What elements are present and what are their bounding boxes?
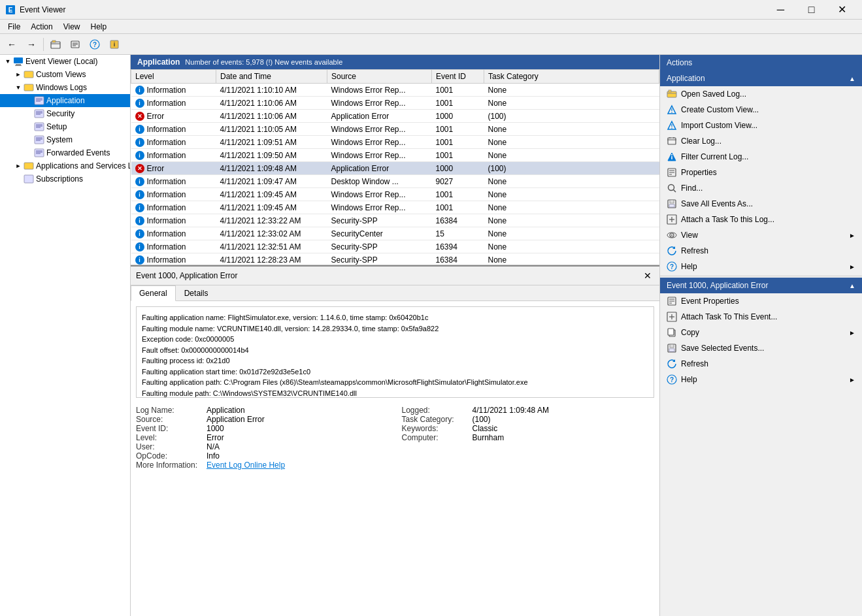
col-eventid[interactable]: Event ID <box>432 70 484 84</box>
table-row[interactable]: iInformation 4/11/2021 12:33:02 AM Secur… <box>131 227 659 240</box>
table-row[interactable]: iInformation 4/11/2021 1:10:10 AM Window… <box>131 84 659 97</box>
table-row[interactable]: iInformation 4/11/2021 1:10:06 AM Window… <box>131 97 659 110</box>
sidebar-item-security[interactable]: Security <box>0 107 130 120</box>
level-text: Information <box>147 138 186 147</box>
col-source[interactable]: Source <box>327 70 432 84</box>
action-find[interactable]: Find... <box>660 180 862 196</box>
filter-current-log-icon <box>667 152 677 162</box>
action-view[interactable]: View ► <box>660 227 862 243</box>
events-table-container[interactable]: Level Date and Time Source Event ID Task… <box>131 69 659 265</box>
action-copy-label: Copy <box>681 328 699 337</box>
menu-view[interactable]: View <box>58 21 86 33</box>
table-row[interactable]: ✕Error 4/11/2021 1:09:48 AM Application … <box>131 162 659 175</box>
meta-moreinfo-link[interactable]: Event Log Online Help <box>207 461 285 470</box>
meta-user-label: User: <box>136 442 201 451</box>
menu-action[interactable]: Action <box>25 21 58 33</box>
table-row[interactable]: iInformation 4/11/2021 12:28:23 AM Secur… <box>131 253 659 266</box>
col-level[interactable]: Level <box>131 70 216 84</box>
sidebar-item-forwarded[interactable]: Forwarded Events <box>0 146 130 159</box>
sidebar-item-appsservices[interactable]: ► Applications and Services Lo... <box>0 159 130 172</box>
svg-rect-33 <box>35 149 44 157</box>
toolbar-open-button[interactable] <box>46 36 65 53</box>
sidebar-item-label-system: System <box>46 135 73 144</box>
detail-close-button[interactable]: ✕ <box>641 269 654 282</box>
application-arrow-spacer <box>24 95 34 106</box>
sidebar-item-application[interactable]: Application <box>0 94 130 107</box>
sidebar-item-customviews[interactable]: ► Custom Views <box>0 68 130 81</box>
maximize-button[interactable]: □ <box>797 0 826 20</box>
table-row[interactable]: iInformation 4/11/2021 12:33:22 AM Secur… <box>131 214 659 227</box>
tab-general[interactable]: General <box>131 285 176 301</box>
level-text: Information <box>147 242 186 251</box>
sidebar: ▼ Event Viewer (Local) ► Custom Views ▼ … <box>0 55 131 616</box>
cell-level: ✕Error <box>131 162 216 175</box>
sidebar-item-label-customviews: Custom Views <box>36 70 86 79</box>
action-event-properties[interactable]: Event Properties <box>660 293 862 309</box>
cell-eventid: 1001 <box>432 84 484 97</box>
sidebar-item-windowslogs[interactable]: ▼ Windows Logs <box>0 81 130 94</box>
sidebar-item-system[interactable]: System <box>0 133 130 146</box>
table-row[interactable]: iInformation 4/11/2021 1:09:45 AM Window… <box>131 188 659 201</box>
system-arrow-spacer <box>24 135 34 145</box>
table-row[interactable]: iInformation 4/11/2021 1:09:45 AM Window… <box>131 201 659 214</box>
cell-taskcategory: None <box>484 149 659 162</box>
table-row[interactable]: iInformation 4/11/2021 12:32:51 AM Secur… <box>131 240 659 253</box>
meta-eventid-row: Event ID: 1000 <box>136 424 389 433</box>
action-open-saved-log[interactable]: Open Saved Log... <box>660 86 862 102</box>
sidebar-item-root[interactable]: ▼ Event Viewer (Local) <box>0 55 130 68</box>
action-help-event[interactable]: ? Help ► <box>660 372 862 387</box>
info-icon: i <box>135 99 144 108</box>
actions-separator <box>660 276 862 276</box>
action-properties[interactable]: Properties <box>660 165 862 180</box>
meta-taskcategory-label: Task Category: <box>402 415 467 424</box>
minimize-button[interactable]: ─ <box>766 0 795 20</box>
table-row[interactable]: iInformation 4/11/2021 1:09:50 AM Window… <box>131 149 659 162</box>
tab-details[interactable]: Details <box>176 285 217 301</box>
svg-text:?: ? <box>670 263 674 270</box>
security-arrow-spacer <box>24 108 34 119</box>
col-taskcategory[interactable]: Task Category <box>484 70 659 84</box>
action-save-selected-events[interactable]: Save Selected Events... <box>660 340 862 356</box>
action-clear-log[interactable]: Clear Log... <box>660 133 862 149</box>
meta-level-row: Level: Error <box>136 433 389 442</box>
action-copy[interactable]: Copy ► <box>660 325 862 340</box>
level-icon-container: iInformation <box>135 177 186 186</box>
toolbar-help-button[interactable]: ? <box>86 36 104 53</box>
action-save-all-events[interactable]: Save All Events As... <box>660 196 862 212</box>
table-row[interactable]: iInformation 4/11/2021 1:10:05 AM Window… <box>131 123 659 136</box>
action-attach-task-log[interactable]: Attach a Task To this Log... <box>660 212 862 227</box>
meta-logname-value: Application <box>207 406 245 415</box>
subscriptions-arrow-spacer <box>13 174 24 184</box>
cell-eventid: 1001 <box>432 97 484 110</box>
action-filter-current-log[interactable]: Filter Current Log... <box>660 149 862 165</box>
table-row[interactable]: iInformation 4/11/2021 1:09:47 AM Deskto… <box>131 175 659 188</box>
toolbar-back-button[interactable]: ← <box>3 36 21 53</box>
toolbar-separator-1 <box>43 38 44 51</box>
col-datetime[interactable]: Date and Time <box>216 70 327 84</box>
action-refresh-app[interactable]: Refresh <box>660 243 862 259</box>
toolbar-forward-button[interactable]: → <box>22 36 41 53</box>
customviews-expand-arrow: ► <box>13 69 24 80</box>
sidebar-item-label-setup: Setup <box>46 122 67 131</box>
table-row[interactable]: iInformation 4/11/2021 1:09:51 AM Window… <box>131 136 659 149</box>
table-row[interactable]: ✕Error 4/11/2021 1:10:06 AM Application … <box>131 110 659 123</box>
view-icon <box>667 230 677 240</box>
action-help-app[interactable]: ? Help ► <box>660 259 862 274</box>
action-attach-task-event[interactable]: Attach Task To This Event... <box>660 309 862 325</box>
toolbar-properties-button[interactable] <box>66 36 84 53</box>
sidebar-item-subscriptions[interactable]: Subscriptions <box>0 172 130 186</box>
toolbar-extra-button[interactable]: i <box>105 36 124 53</box>
sidebar-item-setup[interactable]: Setup <box>0 120 130 133</box>
svg-point-53 <box>671 154 672 155</box>
close-button[interactable]: ✕ <box>827 0 857 20</box>
menu-file[interactable]: File <box>3 21 25 33</box>
menu-help[interactable]: Help <box>86 21 112 33</box>
action-refresh-event[interactable]: Refresh <box>660 356 862 372</box>
action-import-custom-view[interactable]: Import Custom View... <box>660 118 862 133</box>
action-create-custom-view[interactable]: Create Custom View... <box>660 102 862 118</box>
action-help-event-left: ? Help <box>667 374 697 385</box>
svg-line-59 <box>674 190 676 193</box>
meta-taskcategory-value: (100) <box>472 415 491 424</box>
cell-eventid: 9027 <box>432 175 484 188</box>
cell-source: SecurityCenter <box>327 227 432 240</box>
